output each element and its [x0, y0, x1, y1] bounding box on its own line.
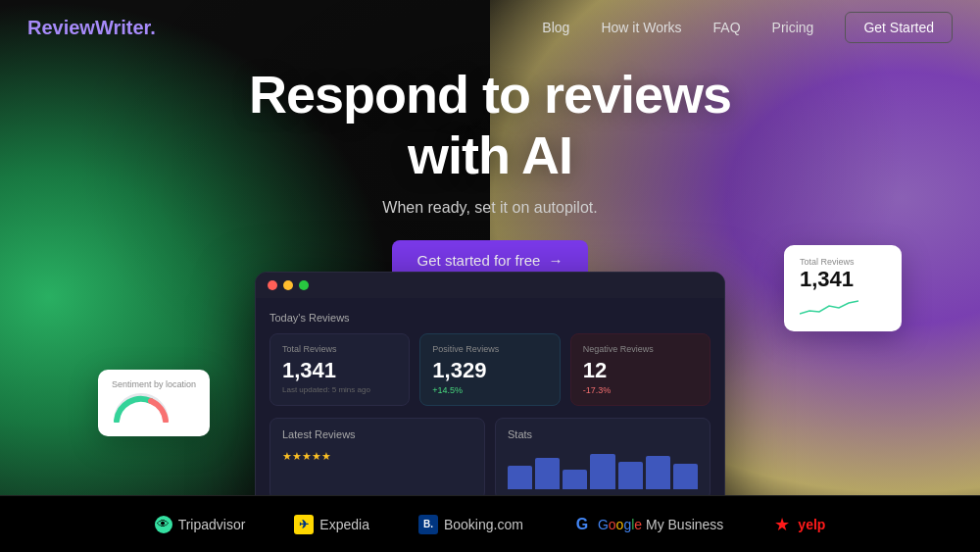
float-card-value: 1,341: [800, 267, 886, 292]
window-dot-red: [268, 280, 277, 290]
yelp-icon: ★: [772, 515, 792, 534]
positive-reviews-change: +14.5%: [432, 385, 547, 395]
expedia-label: Expedia: [319, 517, 369, 532]
window-dot-green: [299, 280, 309, 290]
hero-subtitle: When ready, set it on autopilot.: [20, 199, 960, 217]
nav-get-started-button[interactable]: Get Started: [845, 12, 953, 43]
logo-yelp: ★ yelp: [772, 515, 825, 534]
hero-title-line2: with AI: [408, 125, 572, 184]
review-stars: ★★★★★: [282, 450, 472, 463]
footer-partner-logos: 👁 Tripadvisor ✈ Expedia B. Booking.com G…: [0, 495, 980, 552]
logo-booking: B. Booking.com: [418, 515, 523, 534]
section-title-today: Today's Reviews: [270, 312, 710, 324]
logo: ReviewWriter.: [27, 17, 156, 39]
total-reviews-meta: Last updated: 5 mins ago: [282, 385, 397, 394]
float-card-sentiment: Sentiment by location: [98, 370, 210, 436]
float-card-label: Total Reviews: [800, 257, 886, 267]
bar-1: [508, 466, 532, 489]
logo-text: ReviewWriter: [27, 17, 150, 38]
tripadvisor-label: Tripadvisor: [178, 517, 246, 532]
stats-row: Total Reviews 1,341 Last updated: 5 mins…: [270, 333, 710, 406]
nav-pricing[interactable]: Pricing: [772, 20, 814, 35]
stat-negative-reviews: Negative Reviews 12 -17.3%: [570, 333, 710, 406]
yelp-label: yelp: [798, 517, 825, 532]
nav-blog[interactable]: Blog: [542, 20, 569, 35]
logo-dot: .: [150, 17, 156, 38]
positive-reviews-value: 1,329: [432, 358, 547, 383]
hero-cta-label: Get started for free: [417, 252, 541, 269]
bar-4: [590, 454, 614, 489]
negative-reviews-value: 12: [583, 358, 698, 383]
hero-cta-arrow: →: [548, 252, 563, 269]
tripadvisor-icon: 👁: [155, 516, 172, 533]
navigation: ReviewWriter. Blog How it Works FAQ Pric…: [0, 0, 980, 55]
stat-positive-reviews: Positive Reviews 1,329 +14.5%: [419, 333, 560, 406]
google-label: Google My Business: [598, 517, 723, 532]
nav-faq[interactable]: FAQ: [713, 20, 741, 35]
hero-title-line1: Respond to reviews: [249, 65, 731, 124]
dashboard-titlebar: [256, 273, 724, 298]
total-reviews-value: 1,341: [282, 358, 397, 383]
dashboard-window: Today's Reviews Total Reviews 1,341 Last…: [255, 272, 725, 495]
sentiment-arc-chart: [112, 393, 171, 423]
logo-expedia: ✈ Expedia: [294, 515, 369, 534]
nav-links: Blog How it Works FAQ Pricing Get Starte…: [542, 12, 953, 43]
hero-section: ReviewWriter. Blog How it Works FAQ Pric…: [0, 0, 980, 495]
negative-reviews-label: Negative Reviews: [583, 344, 698, 354]
logo-tripadvisor: 👁 Tripadvisor: [155, 516, 246, 533]
bar-5: [618, 462, 643, 489]
stats-chart-card: Stats: [495, 418, 710, 495]
bar-7: [673, 464, 698, 489]
bar-chart: [508, 450, 698, 489]
latest-reviews-title: Latest Reviews: [282, 428, 472, 440]
bar-6: [646, 456, 670, 489]
bar-3: [563, 470, 587, 489]
dashboard-mockup: Today's Reviews Total Reviews 1,341 Last…: [255, 272, 725, 495]
booking-label: Booking.com: [444, 517, 523, 532]
expedia-icon: ✈: [294, 515, 314, 534]
nav-how-it-works[interactable]: How it Works: [601, 20, 681, 35]
stat-total-reviews: Total Reviews 1,341 Last updated: 5 mins…: [270, 333, 410, 406]
google-icon: G: [572, 515, 592, 534]
window-dot-yellow: [283, 280, 293, 290]
sentiment-label: Sentiment by location: [112, 379, 196, 389]
hero-title: Respond to reviews with AI: [20, 64, 960, 185]
positive-reviews-label: Positive Reviews: [432, 344, 547, 354]
dashboard-body: Today's Reviews Total Reviews 1,341 Last…: [256, 298, 724, 495]
stats-chart-title: Stats: [508, 428, 698, 440]
bottom-row: Latest Reviews ★★★★★ Stats: [270, 418, 710, 495]
negative-reviews-change: -17.3%: [583, 385, 698, 395]
float-card-total-reviews: Total Reviews 1,341: [784, 245, 902, 331]
booking-icon: B.: [418, 515, 438, 534]
logo-google-my-business: G Google My Business: [572, 515, 723, 534]
total-reviews-label: Total Reviews: [282, 344, 397, 354]
mini-chart: [800, 296, 858, 316]
bar-2: [535, 458, 560, 489]
latest-reviews-card: Latest Reviews ★★★★★: [270, 418, 485, 495]
